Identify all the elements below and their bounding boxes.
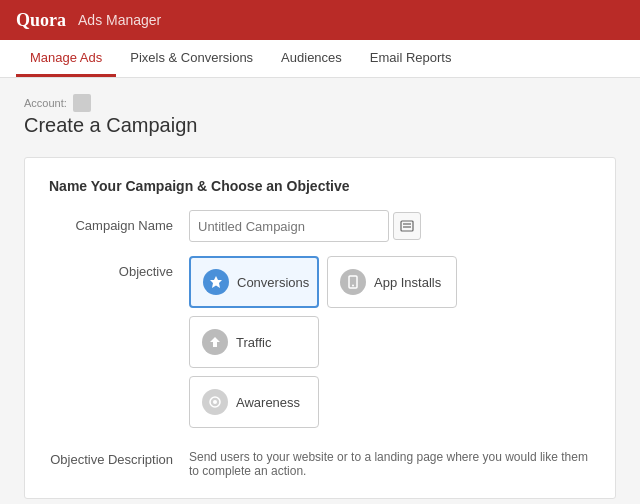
- campaign-name-label: Campaign Name: [49, 210, 189, 233]
- account-text: Account:: [24, 97, 67, 109]
- objective-awareness[interactable]: Awareness: [189, 376, 319, 428]
- section-campaign-name: Name Your Campaign & Choose an Objective…: [24, 157, 616, 499]
- objective-cards: Conversions App Installs: [189, 256, 591, 368]
- awareness-icon: [202, 389, 228, 415]
- breadcrumb: Account:: [24, 94, 616, 112]
- svg-point-4: [352, 285, 354, 287]
- objective-app-installs[interactable]: App Installs: [327, 256, 457, 308]
- ads-manager-label: Ads Manager: [78, 12, 161, 28]
- conversions-label: Conversions: [237, 275, 309, 290]
- nav-pixels-conversions[interactable]: Pixels & Conversions: [116, 40, 267, 77]
- section1-title: Name Your Campaign & Choose an Objective: [49, 178, 591, 194]
- page-content: Account: Create a Campaign Name Your Cam…: [0, 78, 640, 504]
- campaign-name-control: [189, 210, 591, 242]
- objective-label: Objective: [49, 256, 189, 279]
- objective-cards-row2: Awareness: [189, 376, 591, 428]
- nav-manage-ads[interactable]: Manage Ads: [16, 40, 116, 77]
- awareness-label: Awareness: [236, 395, 300, 410]
- app-installs-icon: [340, 269, 366, 295]
- traffic-label: Traffic: [236, 335, 271, 350]
- conversions-icon: [203, 269, 229, 295]
- traffic-icon: [202, 329, 228, 355]
- obj-desc-label: Objective Description: [49, 450, 189, 467]
- objective-traffic[interactable]: Traffic: [189, 316, 319, 368]
- secondary-nav: Manage Ads Pixels & Conversions Audience…: [0, 40, 640, 78]
- page-title: Create a Campaign: [24, 114, 616, 137]
- nav-audiences[interactable]: Audiences: [267, 40, 356, 77]
- svg-rect-0: [401, 221, 413, 231]
- quora-logo: Quora: [16, 10, 66, 31]
- objective-cards-area: Conversions App Installs: [189, 256, 591, 436]
- campaign-name-icon[interactable]: [393, 212, 421, 240]
- objective-row: Objective Conversions: [49, 256, 591, 436]
- nav-email-reports[interactable]: Email Reports: [356, 40, 466, 77]
- account-avatar: [73, 94, 91, 112]
- campaign-name-row: Campaign Name: [49, 210, 591, 242]
- campaign-name-input[interactable]: [189, 210, 389, 242]
- app-installs-label: App Installs: [374, 275, 441, 290]
- top-nav: Quora Ads Manager: [0, 0, 640, 40]
- objective-conversions[interactable]: Conversions: [189, 256, 319, 308]
- objective-description-row: Objective Description Send users to your…: [49, 450, 591, 478]
- svg-point-6: [213, 400, 217, 404]
- obj-desc-text: Send users to your website or to a landi…: [189, 450, 591, 478]
